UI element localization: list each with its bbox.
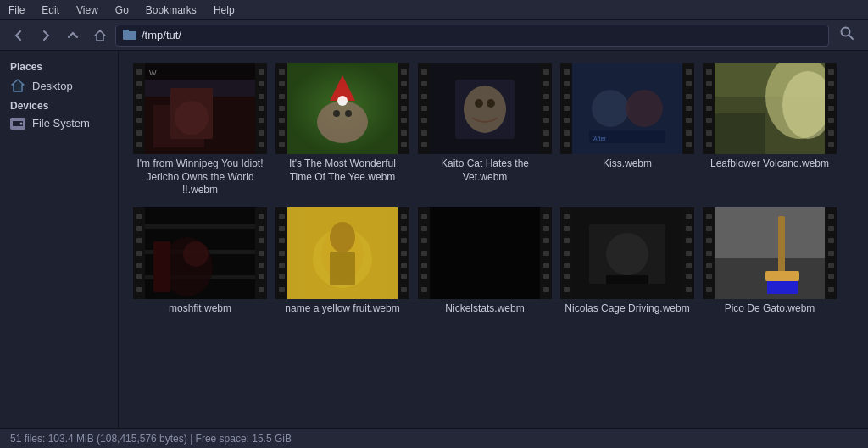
film-hole	[828, 106, 834, 111]
film-hole	[564, 287, 570, 292]
svg-text:W: W	[149, 69, 157, 77]
film-hole	[564, 69, 570, 75]
film-hole	[686, 214, 692, 219]
film-hole	[686, 94, 692, 99]
home-button[interactable]	[88, 25, 112, 46]
film-strip-left	[133, 63, 145, 154]
film-hole	[259, 106, 264, 111]
file-item[interactable]: Kaito Cat Hates the Vet.webm	[414, 58, 556, 202]
sidebar-item-filesystem[interactable]: File System	[3, 113, 114, 133]
film-hole	[543, 130, 549, 136]
status-text: 51 files: 103.4 MiB (108,415,576 bytes) …	[10, 433, 292, 445]
places-label: Places	[3, 58, 114, 75]
film-hole	[828, 130, 834, 136]
film-hole	[706, 287, 712, 292]
video-thumbnail	[418, 207, 552, 299]
menu-edit[interactable]: Edit	[38, 3, 63, 18]
search-button[interactable]	[832, 22, 861, 48]
svg-rect-52	[330, 252, 355, 285]
svg-point-25	[464, 86, 506, 133]
file-item[interactable]: Pico De Gato.webm	[698, 202, 841, 321]
toolbar: /tmp/tut/	[0, 20, 868, 51]
film-hole	[543, 287, 549, 292]
film-hole	[136, 251, 142, 256]
video-thumbnail	[275, 63, 409, 154]
film-hole	[706, 94, 712, 99]
file-item[interactable]: Leafblower Volcano.webm	[698, 58, 841, 202]
film-hole	[259, 118, 264, 123]
film-strip-right	[825, 63, 837, 154]
svg-point-18	[317, 101, 368, 143]
svg-rect-53	[430, 207, 540, 299]
film-hole	[401, 94, 407, 99]
thumb-content	[430, 63, 540, 154]
path-text: /tmp/tut/	[142, 29, 181, 41]
menu-bookmarks[interactable]: Bookmarks	[142, 3, 200, 18]
file-item[interactable]: Nickelstats.webm	[414, 202, 556, 321]
film-hole	[279, 94, 285, 99]
file-item[interactable]: W I'm from Winnipeg You Idiot! Jericho O…	[129, 58, 271, 202]
menu-file[interactable]: File	[5, 3, 28, 18]
film-hole	[136, 69, 142, 75]
film-hole	[421, 263, 427, 268]
file-item[interactable]: It's The Most Wonderful Time Of The Yee.…	[271, 58, 414, 202]
video-thumbnail	[418, 63, 552, 154]
menu-help[interactable]: Help	[210, 3, 238, 18]
film-hole	[686, 69, 692, 75]
film-strip-right	[540, 207, 552, 299]
film-hole	[279, 214, 285, 219]
sidebar: Places Desktop Devices File System	[0, 51, 119, 428]
film-hole	[401, 69, 407, 75]
film-hole	[686, 263, 692, 268]
file-item[interactable]: moshfit.webm	[129, 202, 271, 321]
film-hole	[543, 251, 549, 256]
svg-point-45	[183, 241, 209, 267]
film-hole	[279, 142, 285, 147]
path-bar[interactable]: /tmp/tut/	[115, 25, 829, 47]
film-hole	[279, 274, 285, 279]
film-hole	[279, 263, 285, 268]
film-hole	[136, 226, 142, 231]
film-hole	[828, 287, 834, 292]
film-strip-left	[275, 63, 287, 154]
filesystem-label: File System	[32, 117, 90, 130]
svg-rect-62	[765, 271, 799, 281]
menu-bar: File Edit View Go Bookmarks Help	[0, 0, 868, 20]
film-hole	[259, 69, 264, 75]
video-thumbnail: After	[560, 63, 694, 154]
film-hole	[259, 142, 264, 147]
file-item[interactable]: After Kiss.webm	[556, 58, 698, 202]
file-name: Kaito Cat Hates the Vet.webm	[420, 158, 551, 184]
film-hole	[543, 94, 549, 99]
film-hole	[259, 94, 264, 99]
film-hole	[564, 130, 570, 136]
svg-point-20	[337, 96, 348, 106]
film-hole	[136, 287, 142, 292]
film-hole	[706, 106, 712, 111]
file-item[interactable]: Nicolas Cage Driving.webm	[556, 202, 698, 321]
file-item[interactable]: name a yellow fruit.webm	[271, 202, 414, 321]
film-hole	[706, 263, 712, 268]
film-hole	[421, 251, 427, 256]
film-hole	[421, 238, 427, 243]
up-button[interactable]	[61, 25, 85, 46]
film-hole	[136, 118, 142, 123]
film-hole	[136, 94, 142, 99]
film-hole	[706, 226, 712, 231]
back-button[interactable]	[7, 25, 31, 46]
film-hole	[279, 130, 285, 136]
video-thumbnail	[703, 207, 837, 299]
menu-go[interactable]: Go	[112, 3, 132, 18]
svg-marker-5	[12, 80, 24, 91]
film-strip-left	[703, 207, 715, 299]
forward-button[interactable]	[34, 25, 58, 46]
sidebar-item-desktop[interactable]: Desktop	[3, 75, 114, 97]
svg-point-26	[475, 99, 483, 108]
film-hole	[401, 274, 407, 279]
film-strip-right	[825, 207, 837, 299]
svg-rect-2	[123, 30, 129, 33]
svg-rect-63	[767, 281, 798, 294]
film-hole	[564, 106, 570, 111]
menu-view[interactable]: View	[73, 3, 102, 18]
film-hole	[136, 274, 142, 279]
